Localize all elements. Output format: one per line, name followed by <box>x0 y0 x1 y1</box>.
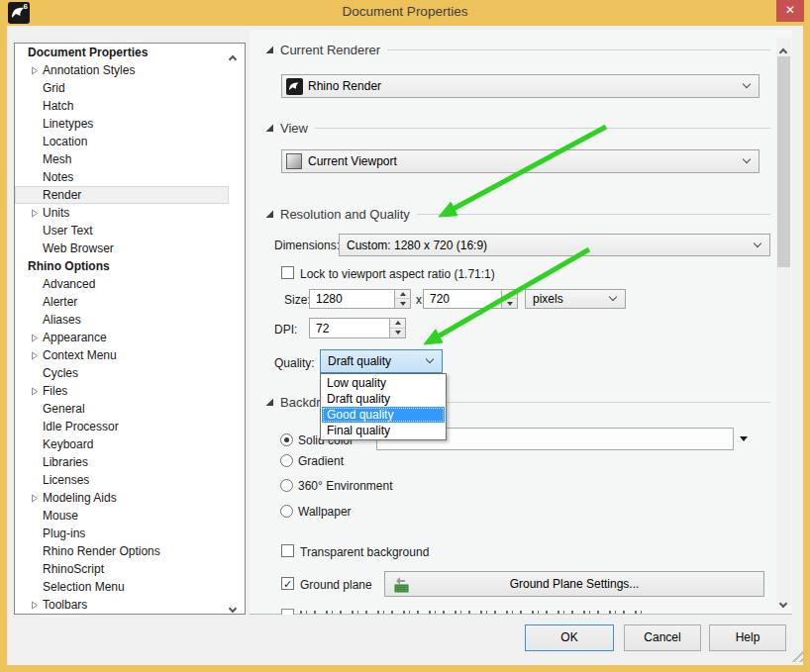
section-view[interactable]: View <box>265 121 770 136</box>
wallpaper-label: Wallpaper <box>298 505 352 519</box>
expand-arrow-icon[interactable] <box>31 209 39 218</box>
sidebar-item-label: Cycles <box>43 366 78 380</box>
tree-scroll-down-icon[interactable] <box>230 598 241 609</box>
dpi-stepper[interactable]: 72 <box>309 318 406 338</box>
sidebar-item-label: Rhino Render Options <box>43 544 160 558</box>
sidebar-item-annotation-styles[interactable]: Annotation Styles <box>15 61 229 79</box>
sidebar-item-label: Licenses <box>43 473 89 487</box>
tree-scroll-up-icon[interactable] <box>230 48 241 59</box>
sidebar-item-appearance[interactable]: Appearance <box>15 329 229 346</box>
scroll-down-icon[interactable] <box>780 593 786 611</box>
expand-arrow-icon[interactable] <box>31 601 39 610</box>
expand-arrow-icon[interactable] <box>31 351 39 360</box>
current-renderer-select[interactable]: Rhino Render <box>281 74 759 98</box>
expand-arrow-icon[interactable] <box>31 66 39 75</box>
environment-radio[interactable] <box>280 479 293 492</box>
sidebar-item-toolbars[interactable]: Toolbars <box>15 596 229 614</box>
quality-option-low-quality[interactable]: Low quality <box>322 375 445 391</box>
quality-option-final-quality[interactable]: Final quality <box>322 423 445 438</box>
section-collapse-icon <box>265 124 274 133</box>
height-decrement-icon[interactable] <box>502 299 517 308</box>
quality-option-draft-quality[interactable]: Draft quality <box>322 391 445 407</box>
ok-button[interactable]: OK <box>525 624 614 651</box>
height-stepper[interactable]: 720 <box>423 289 518 309</box>
scrollbar-thumb[interactable] <box>777 56 790 267</box>
units-select[interactable]: pixels <box>525 289 626 309</box>
rhino-version-badge: 6 <box>24 2 28 11</box>
chevron-down-icon <box>743 80 751 88</box>
sidebar-item-context-menu[interactable]: Context Menu <box>15 346 229 364</box>
quality-option-good-quality[interactable]: Good quality <box>322 407 445 423</box>
sidebar-item-plug-ins[interactable]: Plug-ins <box>15 525 229 542</box>
width-stepper[interactable]: 1280 <box>309 289 411 309</box>
gradient-radio[interactable] <box>280 454 293 467</box>
sidebar-item-grid[interactable]: Grid <box>15 79 229 97</box>
rhino-render-icon <box>286 78 303 95</box>
quality-label: Quality: <box>274 356 315 370</box>
lock-aspect-checkbox[interactable] <box>281 266 294 279</box>
cancel-button[interactable]: Cancel <box>624 624 701 651</box>
section-title: View <box>280 121 308 136</box>
transparent-background-checkbox[interactable] <box>281 544 294 557</box>
sidebar-item-rhino-render-options[interactable]: Rhino Render Options <box>15 542 229 560</box>
section-resolution-quality[interactable]: Resolution and Quality <box>265 207 770 222</box>
sidebar-item-linetypes[interactable]: Linetypes <box>15 115 229 133</box>
view-value: Current Viewport <box>308 154 397 168</box>
sidebar-item-keyboard[interactable]: Keyboard <box>15 435 229 453</box>
sidebar-item-aliases[interactable]: Aliases <box>15 311 229 329</box>
expand-arrow-icon[interactable] <box>31 387 39 396</box>
sidebar-item-mouse[interactable]: Mouse <box>15 507 229 525</box>
color-dropdown-icon[interactable] <box>740 436 748 441</box>
sidebar-item-modeling-aids[interactable]: Modeling Aids <box>15 489 229 507</box>
close-button[interactable]: ✕ <box>776 0 804 22</box>
units-value: pixels <box>533 292 563 306</box>
sidebar-item-label: General <box>43 402 85 416</box>
sidebar-item-rhino-options[interactable]: Rhino Options <box>15 257 229 275</box>
sidebar-item-notes[interactable]: Notes <box>15 168 229 186</box>
sidebar-item-files[interactable]: Files <box>15 382 229 400</box>
clipped-checkbox <box>281 609 294 615</box>
quality-select[interactable]: Draft quality <box>320 349 443 373</box>
sidebar-item-alerter[interactable]: Alerter <box>15 293 229 311</box>
help-button[interactable]: Help <box>709 624 786 651</box>
dpi-increment-icon[interactable] <box>390 319 405 329</box>
sidebar-item-rhinoscript[interactable]: RhinoScript <box>15 560 229 578</box>
height-value: 720 <box>430 292 450 306</box>
sidebar-item-label: Idle Processor <box>43 420 119 433</box>
sidebar-item-units[interactable]: Units <box>15 204 229 222</box>
sidebar-item-libraries[interactable]: Libraries <box>15 453 229 471</box>
section-current-renderer[interactable]: Current Renderer <box>265 43 770 57</box>
sidebar-item-advanced[interactable]: Advanced <box>15 275 229 293</box>
dpi-decrement-icon[interactable] <box>390 329 405 338</box>
sidebar-item-idle-processor[interactable]: Idle Processor <box>15 418 229 435</box>
sidebar-item-label: Plug-ins <box>43 527 85 540</box>
sidebar-item-cycles[interactable]: Cycles <box>15 364 229 382</box>
wallpaper-radio[interactable] <box>280 505 293 518</box>
sidebar-item-hatch[interactable]: Hatch <box>15 97 229 115</box>
sidebar-item-selection-menu[interactable]: Selection Menu <box>15 578 229 596</box>
width-decrement-icon[interactable] <box>395 299 410 308</box>
height-increment-icon[interactable] <box>502 290 517 299</box>
dimensions-select[interactable]: Custom: 1280 x 720 (16:9) <box>339 234 770 256</box>
panel-scrollbar[interactable] <box>776 38 791 606</box>
sidebar-item-document-properties[interactable]: Document Properties <box>15 44 229 61</box>
sidebar-item-licenses[interactable]: Licenses <box>15 471 229 489</box>
sidebar-item-render[interactable]: Render <box>15 186 229 204</box>
ground-plane-label: Ground plane <box>300 578 372 592</box>
sidebar-item-location[interactable]: Location <box>15 133 229 150</box>
ground-plane-settings-button[interactable]: Ground Plane Settings... <box>384 571 764 597</box>
quality-value: Draft quality <box>328 354 391 368</box>
view-select[interactable]: Current Viewport <box>281 149 759 173</box>
sidebar-item-general[interactable]: General <box>15 400 229 418</box>
expand-arrow-icon[interactable] <box>31 494 39 503</box>
width-increment-icon[interactable] <box>395 290 410 299</box>
sidebar-item-mesh[interactable]: Mesh <box>15 150 229 168</box>
sidebar-item-label: Notes <box>43 170 73 184</box>
width-value: 1280 <box>316 292 343 306</box>
sidebar-item-web-browser[interactable]: Web Browser <box>15 240 229 257</box>
sidebar-item-label: Linetypes <box>43 117 93 131</box>
ground-plane-checkbox[interactable]: ✓ <box>281 577 294 590</box>
expand-arrow-icon[interactable] <box>31 334 39 342</box>
solid-color-radio[interactable] <box>280 433 293 446</box>
sidebar-item-user-text[interactable]: User Text <box>15 222 229 240</box>
